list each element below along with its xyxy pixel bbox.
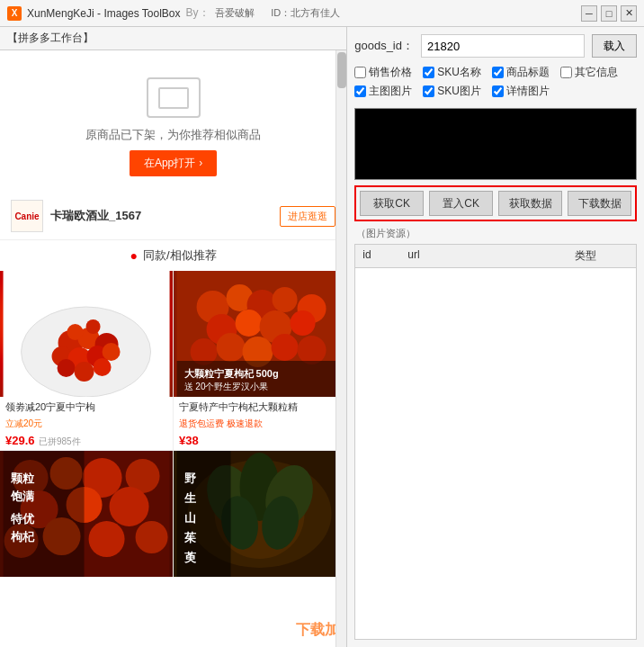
svg-point-18 — [273, 287, 298, 312]
checkbox-sku-image[interactable]: SKU图片 — [423, 84, 481, 99]
checkbox-other-info-input[interactable] — [560, 67, 572, 78]
checkbox-sale-price-input[interactable] — [354, 67, 366, 78]
product-image-3: 颗粒 饱满 特优 枸杞 — [0, 451, 173, 577]
minimize-button[interactable]: ─ — [581, 5, 597, 22]
svg-point-21 — [236, 310, 263, 337]
scrollbar-thumb[interactable] — [337, 52, 346, 88]
offline-notice: 原商品已下架，为你推荐相似商品 在App打开 — [0, 50, 346, 193]
app-icon-text: X — [12, 8, 18, 18]
maximize-button[interactable]: □ — [601, 5, 617, 22]
svg-text:野: 野 — [184, 472, 196, 485]
svg-point-13 — [86, 319, 101, 334]
load-button[interactable]: 载入 — [592, 34, 637, 58]
id-separator — [260, 7, 266, 20]
svg-rect-29 — [177, 361, 344, 397]
product-item[interactable]: 领劵减20宁夏中宁枸 立减20元 ¥29.6 已拼985件 — [0, 271, 173, 450]
svg-point-39 — [110, 487, 149, 526]
col-header-id: id — [362, 248, 389, 264]
checkboxes-area: 销售价格 SKU名称 商品标题 其它信息 主图图片 — [354, 65, 637, 103]
goods-id-input[interactable] — [421, 34, 585, 58]
checkbox-product-title-label: 商品标题 — [506, 65, 550, 80]
svg-point-12 — [67, 324, 84, 340]
svg-point-8 — [103, 343, 121, 361]
svg-point-23 — [291, 310, 316, 336]
offline-icon — [147, 77, 201, 118]
pdd-content: 原商品已下架，为你推荐相似商品 在App打开 Canie 卡瑞欧酒业_1567 … — [0, 50, 346, 647]
title-bar-left: X XunMengKeJi - Images ToolBox By： 吾爱破解 … — [7, 5, 340, 21]
checkbox-sku-name[interactable]: SKU名称 — [423, 65, 481, 80]
svg-text:生: 生 — [183, 491, 196, 505]
svg-text:山: 山 — [184, 511, 196, 525]
goods-id-label: goods_id： — [354, 38, 414, 54]
goods-id-row: goods_id： 载入 — [354, 34, 637, 58]
author-id: ID：北方有佳人 — [271, 6, 340, 20]
svg-point-42 — [89, 521, 125, 557]
product-discount-2: 退货包运费 极速退款 — [174, 418, 346, 430]
svg-text:送 20个野生罗汉小果: 送 20个野生罗汉小果 — [184, 382, 269, 391]
svg-text:萸: 萸 — [183, 551, 197, 564]
checkbox-row-2: 主图图片 SKU图片 详情图片 — [354, 84, 637, 99]
product-item[interactable]: 野 生 山 茱 萸 — [174, 451, 346, 577]
checkbox-main-image[interactable]: 主图图片 — [354, 84, 412, 99]
checkbox-sku-name-input[interactable] — [423, 67, 434, 78]
section-title-text: 同款/相似推荐 — [143, 247, 217, 264]
table-header: id url 类型 — [355, 245, 636, 268]
product-price-1: ¥29.6 — [5, 434, 35, 447]
product-item[interactable]: 颗粒 饱满 特优 枸杞 — [0, 451, 173, 577]
checkbox-sku-image-input[interactable] — [423, 85, 434, 97]
product-price-row-2: ¥38 — [174, 430, 346, 450]
store-name: 卡瑞欧酒业_1567 — [50, 208, 273, 224]
checkbox-sale-price[interactable]: 销售价格 — [354, 65, 412, 80]
set-ck-button[interactable]: 置入CK — [429, 191, 493, 216]
preview-area — [354, 108, 637, 180]
get-ck-button[interactable]: 获取CK — [360, 191, 424, 216]
svg-text:特优: 特优 — [10, 512, 35, 526]
right-panel: goods_id： 载入 销售价格 SKU名称 商品标题 — [347, 27, 644, 647]
svg-text:颗粒: 颗粒 — [10, 472, 35, 485]
svg-text:茱: 茱 — [183, 531, 197, 544]
product-price-row-1: ¥29.6 已拼985件 — [0, 430, 173, 450]
app-name: XunMengKeJi - Images ToolBox — [27, 7, 181, 20]
checkbox-detail-image-label: 详情图片 — [506, 84, 550, 99]
download-data-button[interactable]: 下载数据 — [568, 191, 631, 216]
app-icon: X — [7, 6, 22, 21]
product-image-4: 野 生 山 茱 萸 — [174, 451, 346, 577]
product-tag-1: 立减20元 — [0, 418, 173, 430]
checkbox-main-image-label: 主图图片 — [369, 84, 412, 99]
svg-point-9 — [58, 359, 76, 377]
author-name: 吾爱破解 — [215, 6, 255, 20]
author-separator: By： — [186, 5, 210, 21]
col-header-url: url — [407, 248, 557, 264]
checkbox-other-info[interactable]: 其它信息 — [560, 65, 618, 80]
svg-point-43 — [136, 521, 168, 553]
open-app-button[interactable]: 在App打开 — [130, 150, 217, 176]
webview-area[interactable]: 原商品已下架，为你推荐相似商品 在App打开 Canie 卡瑞欧酒业_1567 … — [0, 50, 346, 647]
checkbox-product-title[interactable]: 商品标题 — [492, 65, 550, 80]
product-price-2: ¥38 — [179, 434, 199, 447]
img-source-label: （图片资源） — [354, 227, 637, 240]
product-image-1 — [0, 271, 173, 397]
checkbox-sale-price-label: 销售价格 — [369, 65, 412, 80]
product-desc-1: 领劵减20宁夏中宁枸 — [0, 397, 173, 418]
checkbox-row-1: 销售价格 SKU名称 商品标题 其它信息 — [354, 65, 637, 80]
get-data-button[interactable]: 获取数据 — [498, 191, 562, 216]
store-logo: Canie — [11, 200, 43, 232]
svg-point-11 — [94, 358, 112, 376]
svg-point-25 — [217, 333, 246, 362]
checkbox-detail-image[interactable]: 详情图片 — [492, 84, 550, 99]
checkbox-detail-image-input[interactable] — [492, 85, 504, 97]
visit-store-button[interactable]: 进店逛逛 — [280, 206, 335, 227]
data-table: id url 类型 — [354, 244, 637, 640]
section-title: ● 同款/相似推荐 — [0, 240, 346, 271]
checkbox-product-title-input[interactable] — [492, 67, 504, 78]
product-desc-2: 宁夏特产中宁枸杞大颗粒精 — [174, 397, 346, 418]
product-image-2: 大颗粒宁夏枸杞 500g 送 20个野生罗汉小果 — [174, 271, 346, 397]
svg-point-10 — [75, 362, 94, 382]
left-panel: 【拼多多工作台】 原商品已下架，为你推荐相似商品 在App打开 Canie 卡瑞… — [0, 27, 347, 647]
left-scrollbar[interactable] — [335, 50, 346, 647]
watermark: 下载加 — [296, 621, 339, 640]
product-item[interactable]: 大颗粒宁夏枸杞 500g 送 20个野生罗汉小果 宁夏特产中宁枸杞大颗粒精 退货… — [174, 271, 346, 450]
close-button[interactable]: ✕ — [621, 5, 637, 22]
products-grid: 领劵减20宁夏中宁枸 立减20元 ¥29.6 已拼985件 — [0, 271, 346, 577]
checkbox-main-image-input[interactable] — [354, 85, 366, 97]
